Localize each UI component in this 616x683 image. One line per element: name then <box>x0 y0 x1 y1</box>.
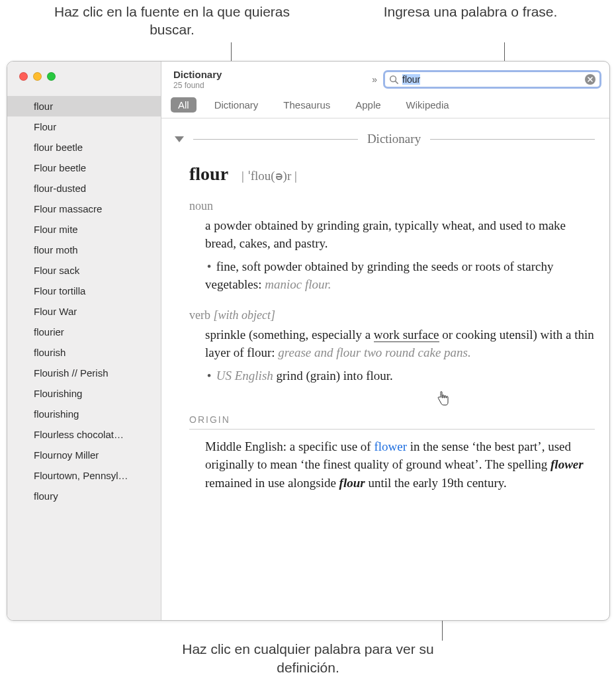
origin-link[interactable]: flower <box>374 439 407 453</box>
dictionary-window: flourFlourflour beetleFlour beetleflour-… <box>7 61 610 621</box>
list-item[interactable]: Flour massacre <box>7 199 161 219</box>
source-tab-wikipedia[interactable]: Wikipedia <box>399 97 457 113</box>
close-icon[interactable] <box>19 72 28 81</box>
results-list[interactable]: flourFlourflour beetleFlour beetleflour-… <box>7 96 161 620</box>
search-input[interactable] <box>402 74 581 85</box>
part-of-speech-verb: verb [with object] <box>189 308 595 322</box>
list-item[interactable]: Flourishing <box>7 383 161 404</box>
app-title: Dictionary <box>173 69 222 80</box>
disclosure-icon[interactable] <box>175 136 184 142</box>
source-tab-thesaurus[interactable]: Thesaurus <box>276 97 337 113</box>
subdefinition-noun[interactable]: • fine, soft powder obtained by grinding… <box>205 258 595 294</box>
part-of-speech-noun: noun <box>189 199 595 213</box>
window-controls <box>7 62 161 96</box>
list-item[interactable]: floury <box>7 486 161 506</box>
zoom-icon[interactable] <box>47 72 56 81</box>
list-item[interactable]: Flour beetle <box>7 158 161 178</box>
list-item[interactable]: Flourtown, Pennsyl… <box>7 465 161 486</box>
origin-body[interactable]: Middle English: a specific use of flower… <box>205 437 595 492</box>
result-count: 25 found <box>173 81 222 90</box>
search-field[interactable] <box>383 70 601 89</box>
origin-header: ORIGIN <box>189 400 595 430</box>
overflow-icon[interactable]: » <box>372 74 375 85</box>
list-item[interactable]: Flourish // Perish <box>7 363 161 383</box>
source-tab-apple[interactable]: Apple <box>348 97 388 113</box>
callout-search: Ingresa una palabra o frase. <box>378 3 563 58</box>
list-item[interactable]: Flour sack <box>7 260 161 281</box>
headword: flour <box>189 163 228 185</box>
source-tabs: AllDictionaryThesaurusAppleWikipedia <box>161 97 609 118</box>
list-item[interactable]: Flour tortilla <box>7 281 161 301</box>
entry-area[interactable]: Dictionary flour | ˈflou(ə)r | noun a po… <box>161 118 609 620</box>
sidebar: flourFlourflour beetleFlour beetleflour-… <box>7 62 161 620</box>
svg-line-1 <box>396 81 398 84</box>
pronunciation: | ˈflou(ə)r | <box>242 168 297 183</box>
content-pane: Dictionary 25 found » AllDictionaryThesa… <box>161 62 609 620</box>
minimize-icon[interactable] <box>33 72 42 81</box>
search-icon <box>389 75 398 84</box>
source-tab-all[interactable]: All <box>171 97 197 113</box>
list-item[interactable]: flourier <box>7 322 161 342</box>
list-item[interactable]: Flour War <box>7 301 161 322</box>
source-tab-dictionary[interactable]: Dictionary <box>207 97 266 113</box>
list-item[interactable]: Flournoy Miller <box>7 445 161 465</box>
list-item[interactable]: Flour <box>7 116 161 137</box>
list-item[interactable]: flour beetle <box>7 137 161 158</box>
list-item[interactable]: flourishing <box>7 404 161 424</box>
subdefinition-verb[interactable]: • US English grind (grain) into flour. <box>205 367 595 385</box>
clear-icon[interactable] <box>585 74 595 85</box>
callout-source: Haz clic en la fuente en la que quieras … <box>53 3 291 58</box>
definition-noun[interactable]: a powder obtained by grinding grain, typ… <box>205 217 595 253</box>
list-item[interactable]: flour <box>7 96 161 116</box>
section-divider: Dictionary <box>176 132 595 146</box>
callout-word: Haz clic en cualquier palabra para ver s… <box>169 640 447 676</box>
toolbar: Dictionary 25 found » <box>161 62 609 97</box>
list-item[interactable]: Flour mite <box>7 219 161 240</box>
list-item[interactable]: flour-dusted <box>7 178 161 199</box>
list-item[interactable]: flourish <box>7 342 161 363</box>
cross-reference[interactable]: work surface <box>374 328 439 342</box>
definition-verb[interactable]: sprinkle (something, especially a work s… <box>205 326 595 362</box>
section-label: Dictionary <box>367 132 421 146</box>
list-item[interactable]: flour moth <box>7 240 161 260</box>
list-item[interactable]: Flourless chocolat… <box>7 424 161 445</box>
